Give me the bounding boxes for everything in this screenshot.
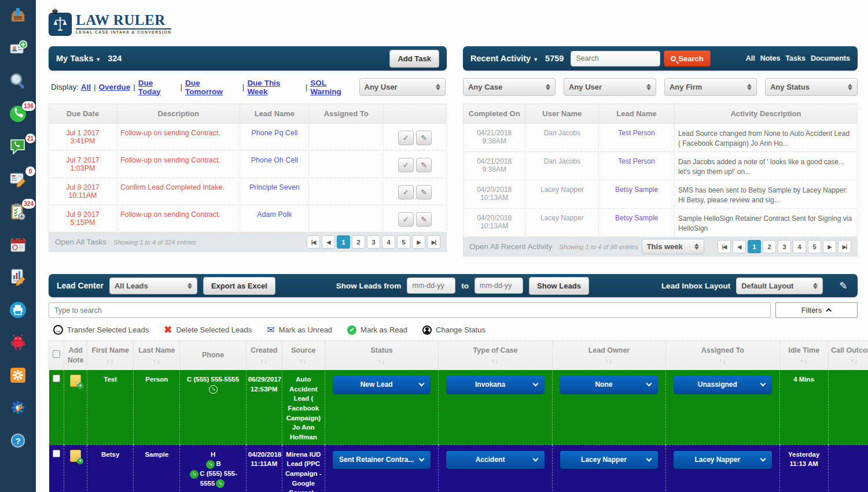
next-page-button[interactable]: ▶ [412, 235, 425, 249]
sort-arrows-icon[interactable]: ↑↓ [667, 357, 778, 365]
lead-last-name[interactable]: Person [134, 370, 180, 445]
activity-search-button[interactable]: Search [664, 50, 710, 66]
mark-read-action[interactable]: ✔Mark as Read [347, 325, 407, 335]
delete-leads-action[interactable]: ✖Delete Selected Leads [164, 324, 252, 336]
activity-range-dropdown[interactable]: This week [642, 239, 704, 254]
filter-sol-warning[interactable]: SOL Warning [310, 79, 359, 96]
filters-toggle-button[interactable]: Filters [775, 302, 858, 318]
filter-all[interactable]: All [81, 83, 91, 91]
page-button[interactable]: 4 [793, 240, 806, 253]
col-first-name[interactable]: First Name↑↓ [87, 341, 134, 370]
case-type-dropdown[interactable]: Invokana [446, 376, 544, 394]
col-phone[interactable]: Phone [180, 341, 246, 370]
task-lead-link[interactable]: Principle Seven [240, 178, 309, 205]
col-status[interactable]: Status↑↓ [325, 341, 438, 370]
sidebar-item-calendar[interactable] [8, 236, 28, 256]
col-lead-owner[interactable]: Lead Owner↑↓ [552, 341, 665, 370]
sort-arrows-icon[interactable]: ↑↓ [326, 357, 437, 365]
sidebar-item-admin-tools[interactable] [8, 399, 28, 419]
recent-activity-title[interactable]: Recent Activity▼ [470, 54, 538, 63]
col-created[interactable]: Created↑↓ [246, 341, 282, 370]
page-button[interactable]: 2 [352, 235, 365, 249]
page-button[interactable]: 5 [808, 240, 821, 253]
col-assigned-to[interactable]: Assigned To [309, 104, 384, 124]
lead-owner-dropdown[interactable]: None [560, 376, 658, 394]
sidebar-item-calls[interactable]: 136 [8, 105, 28, 125]
sidebar-item-intake-inbox[interactable] [8, 7, 28, 27]
date-from-input[interactable] [407, 278, 455, 294]
assigned-to-dropdown[interactable]: Unassigned [674, 376, 771, 394]
lead-last-name[interactable]: Sample [134, 445, 180, 492]
lead-status-dropdown[interactable]: Sent Retainer Contra... [333, 451, 431, 469]
col-due-date[interactable]: Due Date [49, 104, 117, 124]
activity-link-notes[interactable]: Notes [760, 54, 781, 62]
case-type-dropdown[interactable]: Accident [446, 451, 544, 469]
activity-link-all[interactable]: All [746, 54, 755, 62]
sort-arrows-icon[interactable]: ↑↓ [554, 357, 664, 365]
sidebar-item-add-contact[interactable] [8, 40, 28, 60]
filter-due-tomorrow[interactable]: Due Tomorrow [185, 79, 240, 96]
col-description[interactable]: Description [116, 104, 240, 124]
lead-first-name[interactable]: Test [87, 370, 134, 445]
phone-call-icon[interactable] [206, 460, 215, 469]
activity-lead-link[interactable]: Test Person [599, 124, 675, 152]
col-add-note[interactable]: Add Note [64, 341, 87, 370]
any-case-dropdown[interactable]: Any Case [463, 78, 556, 96]
sidebar-item-sms[interactable]: 21 [8, 138, 28, 157]
sidebar-item-tasks[interactable]: 324 [8, 203, 28, 223]
filter-due-today[interactable]: Due Today [138, 79, 178, 96]
col-source[interactable]: Source↑↓ [282, 341, 325, 370]
activity-lead-link[interactable]: Betsy Sample [599, 209, 675, 237]
sidebar-item-forms[interactable]: 0 [8, 171, 28, 190]
complete-task-button[interactable]: ✓ [398, 185, 414, 199]
my-tasks-title[interactable]: My Tasks▼ [56, 54, 101, 63]
page-button[interactable]: 1 [748, 240, 761, 253]
phone-call-icon[interactable] [190, 470, 198, 479]
page-button[interactable]: 3 [367, 235, 380, 249]
page-button[interactable]: 1 [337, 235, 350, 249]
col-last-name[interactable]: Last Name↑↓ [134, 341, 180, 370]
prev-page-button[interactable]: ◀ [322, 235, 335, 249]
activity-lead-link[interactable]: Test Person [599, 152, 675, 180]
sort-arrows-icon[interactable]: ↑↓ [440, 357, 550, 365]
col-lead-name[interactable]: Lead Name [240, 104, 309, 124]
date-to-input[interactable] [475, 278, 523, 294]
col-type-of-case[interactable]: Type of Case↑↓ [439, 341, 552, 370]
open-all-recent-activity-link[interactable]: Open All Recent Activity [469, 242, 552, 251]
col-user-name[interactable]: User Name [525, 104, 599, 124]
add-note-icon[interactable] [70, 450, 81, 462]
lead-owner-dropdown[interactable]: Lacey Napper [560, 451, 658, 469]
sort-arrows-icon[interactable]: ↑↓ [248, 357, 281, 365]
sidebar-item-reports[interactable] [8, 268, 28, 288]
sidebar-item-search[interactable] [8, 72, 28, 92]
tasks-user-filter-dropdown[interactable]: Any User [359, 78, 446, 96]
col-activity-description[interactable]: Activity Description [674, 104, 857, 124]
complete-task-button[interactable]: ✓ [398, 131, 414, 145]
filter-overdue[interactable]: Overdue [99, 83, 131, 91]
sort-arrows-icon[interactable]: ↑↓ [781, 357, 827, 365]
edit-task-button[interactable]: ✎ [416, 185, 432, 199]
col-lead-name[interactable]: Lead Name [599, 104, 675, 124]
sort-arrows-icon[interactable]: ↑↓ [830, 357, 868, 365]
task-lead-link[interactable]: Phone Pq Cell [240, 124, 309, 151]
phone-call-icon[interactable] [216, 479, 225, 488]
task-lead-link[interactable]: Phone Oh Cell [240, 151, 309, 178]
row-checkbox[interactable] [53, 375, 60, 382]
sidebar-item-android[interactable] [8, 334, 28, 353]
export-excel-button[interactable]: Export as Excel [203, 277, 275, 295]
edit-task-button[interactable]: ✎ [416, 131, 432, 145]
layout-dropdown[interactable]: Default Layout [736, 278, 823, 294]
change-status-action[interactable]: Change Status [422, 325, 486, 335]
select-all-checkbox[interactable] [53, 350, 60, 358]
phone-call-icon[interactable] [209, 385, 218, 394]
leads-filter-dropdown[interactable]: All Leads [109, 278, 197, 294]
filter-due-this-week[interactable]: Due This Week [247, 79, 302, 96]
prev-page-button[interactable]: ◀ [733, 240, 746, 253]
any-user-dropdown[interactable]: Any User [564, 78, 656, 96]
activity-search-input[interactable] [571, 51, 660, 66]
sidebar-item-help[interactable]: ? [8, 432, 28, 452]
last-page-button[interactable]: ▶| [427, 235, 440, 249]
show-leads-button[interactable]: Show Leads [529, 277, 589, 295]
col-completed-on[interactable]: Completed On [463, 104, 525, 124]
add-note-icon[interactable] [70, 375, 81, 387]
